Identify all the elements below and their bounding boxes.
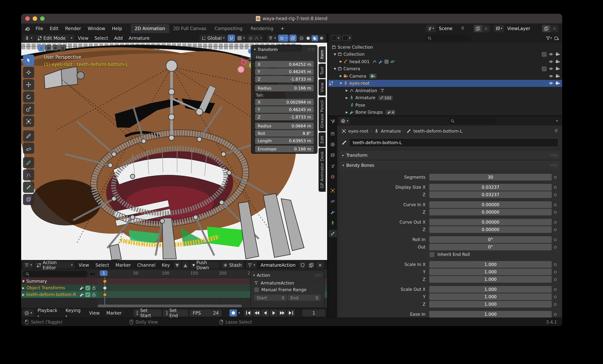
play-reverse-button[interactable] <box>261 309 269 317</box>
inherit-end-roll-checkbox[interactable] <box>429 252 435 257</box>
select-mode-subtract[interactable] <box>52 45 59 51</box>
animate-dot[interactable] <box>552 303 558 305</box>
render-camera-icon[interactable] <box>556 74 560 78</box>
select-mode-invert[interactable] <box>59 45 66 51</box>
tool-rotate[interactable] <box>23 91 34 103</box>
curve-in-z-field[interactable]: Z0.00000 <box>339 209 558 215</box>
snap-toggle[interactable] <box>228 35 235 42</box>
animate-dot[interactable] <box>552 203 558 206</box>
expander-icon[interactable]: ▶ <box>345 111 349 114</box>
tail-z-field[interactable]: Z-1.8733 m <box>255 114 314 120</box>
manual-frame-range-checkbox[interactable] <box>254 287 259 292</box>
collection-checkbox[interactable]: ✓ <box>542 52 546 57</box>
head-y-field[interactable]: Y0.46245 m <box>255 68 314 75</box>
scene-name-field[interactable]: Scene <box>436 25 474 32</box>
expander-icon[interactable]: ▼ <box>333 67 337 70</box>
outliner-row-animation[interactable]: ▶ Animation <box>328 87 562 94</box>
scale-out-x-field[interactable]: Scale Out X1.000 <box>339 286 558 293</box>
render-camera-icon[interactable] <box>556 67 560 71</box>
render-camera-icon[interactable] <box>556 52 560 57</box>
workspace-tab-compositing[interactable]: Compositing <box>210 24 246 33</box>
hide-eye-icon[interactable] <box>549 74 553 78</box>
modifier-wrench-icon[interactable] <box>80 286 84 290</box>
outliner-editor-type-button[interactable]: ▾ <box>330 35 341 42</box>
channel-enable-checkbox[interactable]: ✓ <box>85 292 90 297</box>
viewport-menu-armature[interactable]: Armature <box>126 35 152 41</box>
dope-menu-marker[interactable]: Marker <box>113 262 133 268</box>
select-mode-extend[interactable] <box>45 45 52 51</box>
properties-search-input[interactable] <box>448 118 496 124</box>
menu-render[interactable]: Render <box>62 26 84 31</box>
tail-radius-field[interactable]: Radius0.0664 m <box>255 123 314 129</box>
animate-dot[interactable] <box>552 278 558 281</box>
outliner-row-scene-collection[interactable]: Scene Collection <box>328 44 562 51</box>
roll-in-field[interactable]: Roll In0° <box>339 236 558 243</box>
sidebar-tab-tool[interactable]: Tool <box>319 63 326 78</box>
add-workspace-button[interactable]: + <box>277 26 287 31</box>
outliner-row-camera-object[interactable]: ▶ Camera <box>328 72 562 80</box>
bone-name-input[interactable]: teeth-deform-bottom-L <box>349 138 558 147</box>
expander-icon[interactable]: ▶ <box>345 89 349 92</box>
properties-tab-render[interactable] <box>329 130 337 137</box>
viewport-menu-add[interactable]: Add <box>112 35 125 41</box>
properties-tab-view-layer[interactable] <box>329 152 337 159</box>
menu-file[interactable]: File <box>32 26 46 31</box>
select-mode-new[interactable] <box>38 45 45 51</box>
display-size-x-field[interactable]: Display Size X0.03237 <box>339 184 558 190</box>
outliner-row-armature-data[interactable]: ▶ Armature 102 <box>328 94 562 101</box>
tool-move[interactable] <box>23 79 34 90</box>
scale-in-x-field[interactable]: Scale In X1.000 <box>339 261 558 268</box>
hide-eye-icon[interactable] <box>549 81 553 86</box>
frame-start-field[interactable]: Start0 <box>254 294 287 301</box>
expander-icon[interactable]: ▼ <box>333 53 337 56</box>
panel-collapse-icon[interactable]: ▾ <box>254 47 256 51</box>
expander-icon[interactable]: ▼ <box>339 82 343 85</box>
shading-rendered-button[interactable] <box>318 36 325 40</box>
timeline-editor-type-button[interactable]: ▾ <box>23 309 34 317</box>
curve-in-x-field[interactable]: Curve In X0.00000 <box>339 201 558 208</box>
timeline-menu-view[interactable]: View <box>87 310 102 316</box>
tool-measure[interactable] <box>23 143 34 154</box>
properties-tab-object[interactable] <box>329 187 337 194</box>
head-x-field[interactable]: X0.64252 m <box>255 61 314 68</box>
hide-eye-icon[interactable] <box>549 67 553 71</box>
modifier-wrench-icon[interactable] <box>80 292 84 297</box>
play-button[interactable] <box>270 309 278 317</box>
auto-keying-toggle[interactable] <box>230 309 237 317</box>
expander-icon[interactable]: ▶ <box>339 74 343 78</box>
action-new-button[interactable] <box>307 261 315 269</box>
lock-open-icon[interactable] <box>92 286 96 290</box>
head-radius-field[interactable]: Radius0.166 m <box>255 85 314 91</box>
animate-dot[interactable] <box>552 238 558 241</box>
workspace-tab-2d-full-canvas[interactable]: 2D Full Canvas <box>169 24 210 33</box>
layer-down-button[interactable]: ▼ <box>174 261 181 269</box>
segments-field[interactable]: Segments30 <box>339 174 558 180</box>
tool-cursor[interactable] <box>23 67 34 78</box>
sidebar-tab-view[interactable]: View <box>319 79 326 96</box>
breadcrumb-bone[interactable]: teeth-deform-bottom-L <box>413 129 463 134</box>
menu-edit[interactable]: Edit <box>46 26 62 31</box>
playback-menu[interactable]: Playback ▾ <box>35 308 61 317</box>
viewlayer-remove-button[interactable]: × <box>550 26 558 31</box>
panel-collapse-icon[interactable]: ▾ <box>253 273 255 277</box>
expander-icon[interactable]: ▶ <box>345 96 349 100</box>
expander-icon[interactable]: ▶ <box>339 60 343 63</box>
animate-dot[interactable] <box>552 295 558 298</box>
sidebar-tab-edit[interactable]: Edit <box>319 132 326 147</box>
channel-enable-checkbox[interactable]: ✓ <box>85 285 90 290</box>
channel-filter-button[interactable]: ↔ <box>89 271 96 277</box>
animate-dot[interactable] <box>552 176 558 178</box>
viewlayer-browse-button[interactable]: ▾ <box>494 26 504 31</box>
push-down-button[interactable]: ▼Push Down <box>190 261 220 269</box>
workspace-tab-rendering[interactable]: Rendering <box>246 24 278 33</box>
roll-field[interactable]: Roll8.8° <box>255 130 314 137</box>
dope-editor-type-button[interactable]: ▾ <box>23 261 34 269</box>
properties-tab-tool[interactable] <box>329 118 337 125</box>
frame-end-field[interactable]: End0 <box>288 294 321 301</box>
keyframe-teeth[interactable] <box>103 293 107 297</box>
curve-out-z-field[interactable]: Z0.00000 <box>339 226 558 233</box>
display-size-z-field[interactable]: Z0.03237 <box>339 191 558 198</box>
viewport-editor-type-button[interactable]: ▾ <box>23 35 35 42</box>
action-name-field[interactable]: ArmatureAction <box>258 261 298 269</box>
channel-summary[interactable]: ▼Summary <box>21 278 98 284</box>
